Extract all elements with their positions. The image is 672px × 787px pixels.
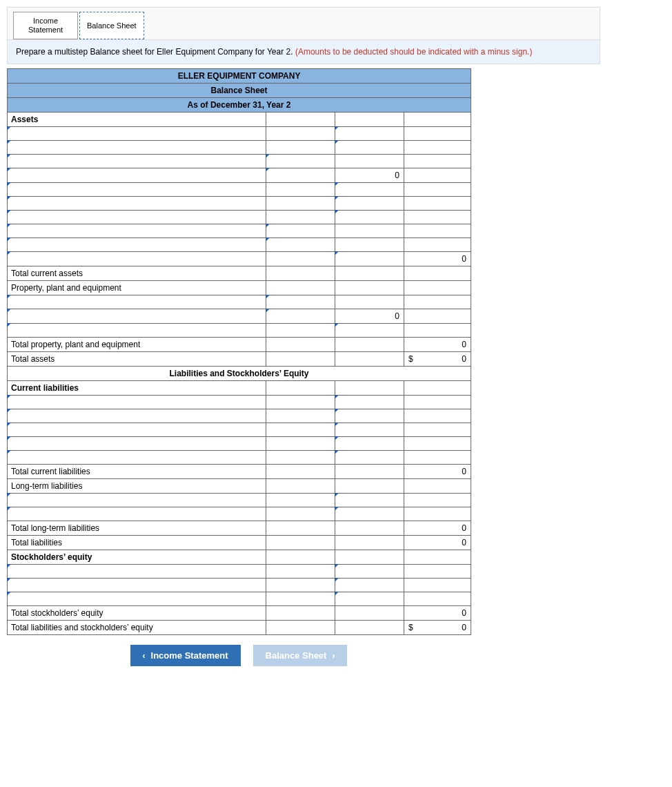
cl-line[interactable] xyxy=(8,451,266,465)
section-assets: Assets xyxy=(8,113,266,127)
total-ppe-value: 0 xyxy=(404,338,471,352)
prev-button[interactable]: ‹ Income Statement xyxy=(130,645,241,666)
tlse-value: $ 0 xyxy=(404,621,471,635)
ppe-calc: 0 xyxy=(335,309,404,324)
asset-line[interactable] xyxy=(8,238,266,252)
asset-amount[interactable] xyxy=(335,197,404,211)
chevron-left-icon: ‹ xyxy=(143,651,146,661)
ltl-line[interactable] xyxy=(8,507,266,521)
instruction-warning: (Amounts to be deducted should be indica… xyxy=(295,47,533,57)
section-lse: Liabilities and Stockholders’ Equity xyxy=(8,367,471,381)
cl-line[interactable] xyxy=(8,409,266,423)
asset-line[interactable] xyxy=(8,141,266,155)
asset-amount[interactable] xyxy=(335,252,404,266)
ppe-sub-amount[interactable] xyxy=(266,309,335,324)
cl-amount[interactable] xyxy=(335,409,404,423)
asset-amount[interactable] xyxy=(335,127,404,141)
cl-amount[interactable] xyxy=(335,451,404,465)
cl-amount[interactable] xyxy=(335,437,404,451)
row-total-ltl: Total long-term liabilities xyxy=(8,521,266,536)
row-long-term-liabilities: Long-term liabilities xyxy=(8,479,266,494)
tab-balance-sheet[interactable]: Balance Sheet xyxy=(79,12,144,39)
ltl-amount[interactable] xyxy=(335,507,404,521)
asset-calc: 0 xyxy=(335,168,404,183)
asset-amount[interactable] xyxy=(335,183,404,197)
tl-value: 0 xyxy=(404,536,471,550)
asset-line[interactable] xyxy=(8,183,266,197)
row-total-current-assets: Total current assets xyxy=(8,266,266,281)
asset-amount[interactable] xyxy=(335,141,404,155)
asset-line[interactable] xyxy=(8,155,266,168)
tcl-value: 0 xyxy=(404,465,471,479)
asset-line[interactable] xyxy=(8,252,266,266)
row-total-current-liabilities: Total current liabilities xyxy=(8,465,266,479)
tse-value: 0 xyxy=(404,606,471,621)
sheet-title: Balance Sheet xyxy=(8,84,471,98)
se-line[interactable] xyxy=(8,579,266,592)
ppe-line[interactable] xyxy=(8,309,266,324)
balance-sheet-table: ELLER EQUIPMENT COMPANY Balance Sheet As… xyxy=(7,68,471,635)
asset-sub-amount[interactable] xyxy=(266,238,335,252)
dollar-sign: $ xyxy=(408,354,413,364)
row-total-se: Total stockholders’ equity xyxy=(8,606,266,621)
next-button[interactable]: Balance Sheet › xyxy=(253,645,348,666)
tab-income-statement[interactable]: Income Statement xyxy=(13,12,78,39)
se-line[interactable] xyxy=(8,565,266,579)
sheet-asof: As of December 31, Year 2 xyxy=(8,98,471,113)
instruction-text: Prepare a multistep Balance sheet for El… xyxy=(16,47,295,57)
ltl-line[interactable] xyxy=(8,494,266,507)
row-ppe: Property, plant and equipment xyxy=(8,281,266,295)
cl-amount[interactable] xyxy=(335,423,404,437)
section-stockholders-equity: Stockholders’ equity xyxy=(8,550,266,565)
chevron-right-icon: › xyxy=(332,651,335,661)
prev-label: Income Statement xyxy=(151,650,228,661)
se-line[interactable] xyxy=(8,592,266,606)
tltl-value: 0 xyxy=(404,521,471,536)
worksheet-container: Income Statement Balance Sheet Prepare a… xyxy=(7,7,600,666)
asset-line[interactable] xyxy=(8,127,266,141)
asset-total: 0 xyxy=(404,252,471,266)
cl-amount[interactable] xyxy=(335,396,404,409)
row-total-liabilities: Total liabilities xyxy=(8,536,266,550)
company-header: ELLER EQUIPMENT COMPANY xyxy=(8,69,471,84)
asset-line[interactable] xyxy=(8,197,266,211)
ppe-amount[interactable] xyxy=(335,324,404,338)
se-amount[interactable] xyxy=(335,592,404,606)
instruction-bar: Prepare a multistep Balance sheet for El… xyxy=(7,39,600,64)
dollar-sign: $ xyxy=(408,623,413,632)
bottom-nav: ‹ Income Statement Balance Sheet › xyxy=(7,645,471,666)
total-assets-value: $ 0 xyxy=(404,352,471,367)
row-total-ppe: Total property, plant and equipment xyxy=(8,338,266,352)
row-total-lse: Total liabilities and stockholders’ equi… xyxy=(8,621,266,635)
tab-bar: Income Statement Balance Sheet xyxy=(7,7,600,39)
asset-line[interactable] xyxy=(8,211,266,224)
row-total-assets: Total assets xyxy=(8,352,266,367)
asset-sub-amount[interactable] xyxy=(266,168,335,183)
asset-sub-amount[interactable] xyxy=(266,155,335,168)
cl-line[interactable] xyxy=(8,423,266,437)
ltl-amount[interactable] xyxy=(335,494,404,507)
se-amount[interactable] xyxy=(335,579,404,592)
ppe-line[interactable] xyxy=(8,324,266,338)
asset-line[interactable] xyxy=(8,168,266,183)
ppe-sub-amount[interactable] xyxy=(266,295,335,309)
se-amount[interactable] xyxy=(335,565,404,579)
asset-amount[interactable] xyxy=(335,211,404,224)
asset-sub-amount[interactable] xyxy=(266,224,335,238)
asset-line[interactable] xyxy=(8,224,266,238)
next-label: Balance Sheet xyxy=(266,650,327,661)
cl-line[interactable] xyxy=(8,437,266,451)
section-current-liabilities: Current liabilities xyxy=(8,381,266,396)
cl-line[interactable] xyxy=(8,396,266,409)
ppe-line[interactable] xyxy=(8,295,266,309)
